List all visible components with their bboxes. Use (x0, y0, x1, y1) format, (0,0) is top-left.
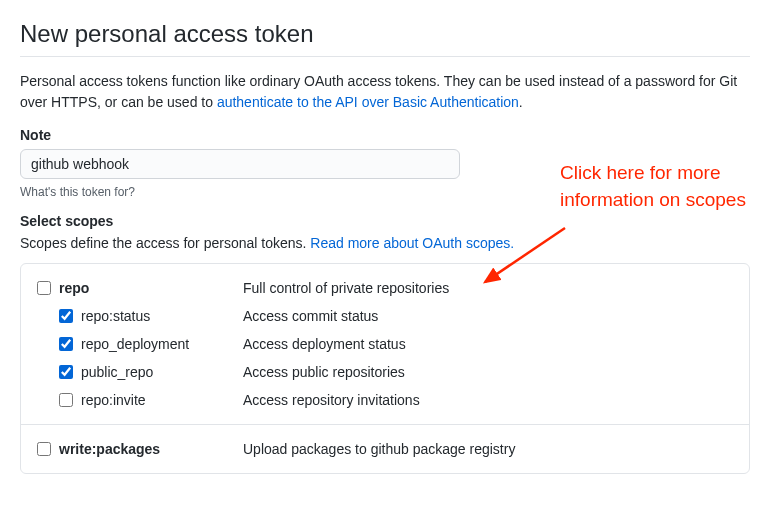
annotation-text: Click here for more information on scope… (560, 160, 760, 213)
scope-name-repo: repo (59, 280, 89, 296)
scope-desc-repo: Full control of private repositories (243, 280, 449, 296)
scopes-read-more-link[interactable]: Read more about OAuth scopes. (310, 235, 514, 251)
scope-desc-repo-deployment: Access deployment status (243, 336, 406, 352)
scope-row-public-repo: public_repo Access public repositories (33, 358, 737, 386)
scope-checkbox-repo-invite[interactable] (59, 393, 73, 407)
scope-checkbox-repo-deployment[interactable] (59, 337, 73, 351)
scope-row-write-packages: write:packages Upload packages to github… (33, 435, 737, 463)
scope-desc-repo-status: Access commit status (243, 308, 378, 324)
scopes-desc-text: Scopes define the access for personal to… (20, 235, 310, 251)
scope-name-repo-deployment: repo_deployment (81, 336, 189, 352)
intro-auth-link[interactable]: authenticate to the API over Basic Authe… (217, 94, 519, 110)
note-label: Note (20, 127, 750, 143)
scope-row-repo-deployment: repo_deployment Access deployment status (33, 330, 737, 358)
scope-checkbox-repo-status[interactable] (59, 309, 73, 323)
scope-group-repo: repo Full control of private repositorie… (21, 264, 749, 425)
scope-name-repo-status: repo:status (81, 308, 150, 324)
scopes-label: Select scopes (20, 213, 750, 229)
note-input[interactable] (20, 149, 460, 179)
scope-desc-public-repo: Access public repositories (243, 364, 405, 380)
scope-group-write-packages: write:packages Upload packages to github… (21, 425, 749, 473)
scope-checkbox-write-packages[interactable] (37, 442, 51, 456)
scope-name-public-repo: public_repo (81, 364, 153, 380)
scopes-description: Scopes define the access for personal to… (20, 235, 750, 251)
scope-checkbox-public-repo[interactable] (59, 365, 73, 379)
intro-paragraph: Personal access tokens function like ord… (20, 71, 750, 113)
page-title: New personal access token (20, 20, 750, 57)
scope-checkbox-repo[interactable] (37, 281, 51, 295)
scope-row-repo: repo Full control of private repositorie… (33, 274, 737, 302)
scopes-box: repo Full control of private repositorie… (20, 263, 750, 474)
scope-row-repo-status: repo:status Access commit status (33, 302, 737, 330)
scope-row-repo-invite: repo:invite Access repository invitation… (33, 386, 737, 414)
scope-name-write-packages: write:packages (59, 441, 160, 457)
scope-desc-write-packages: Upload packages to github package regist… (243, 441, 515, 457)
scope-name-repo-invite: repo:invite (81, 392, 146, 408)
scope-desc-repo-invite: Access repository invitations (243, 392, 420, 408)
